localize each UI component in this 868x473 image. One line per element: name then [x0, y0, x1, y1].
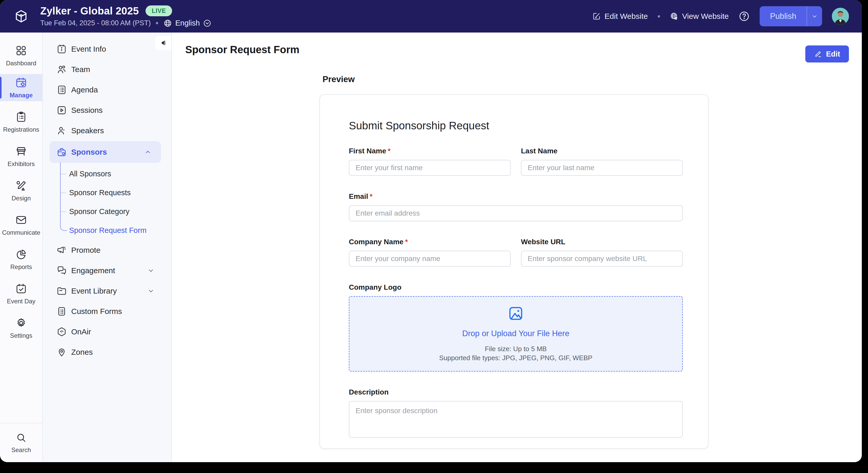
sidebar-item-registrations[interactable]: Registrations: [0, 106, 42, 138]
envelope-icon: [15, 214, 27, 226]
sidebar-search-label: Search: [11, 446, 31, 454]
edit-website-button[interactable]: Edit Website: [592, 12, 648, 21]
sponsors-briefcase-icon: [56, 147, 67, 157]
website-url-input[interactable]: [521, 251, 683, 267]
engagement-chat-icon: [56, 265, 67, 276]
language-selector[interactable]: English: [163, 19, 212, 28]
subnav-item-team[interactable]: Team: [43, 59, 171, 80]
edit-website-label: Edit Website: [604, 12, 648, 21]
company-logo-field-group: Company Logo Drop or Upload Your File He…: [349, 283, 683, 372]
subnav-item-sponsor-category[interactable]: Sponsor Category: [69, 202, 171, 221]
email-field-group: Email*: [349, 193, 683, 221]
dot-separator: [156, 22, 158, 24]
event-datetime: Tue Feb 04, 2025 - 08:00 AM (PST): [40, 19, 151, 27]
sidebar-item-reports[interactable]: Reports: [0, 243, 42, 275]
sidebar-item-label: Design: [11, 195, 31, 202]
subnav-item-sessions[interactable]: Sessions: [43, 100, 171, 120]
subnav-item-sponsors[interactable]: Sponsors: [50, 141, 161, 163]
event-title: Zylker - Global 2025: [40, 5, 139, 17]
tree-stub: [61, 174, 66, 174]
sidebar-item-label: Exhibitors: [7, 160, 35, 168]
globe-cursor-icon: [670, 12, 679, 21]
dashboard-icon: [15, 45, 27, 57]
topbar: Zylker - Global 2025 LIVE Tue Feb 04, 20…: [0, 0, 862, 32]
view-website-button[interactable]: View Website: [670, 12, 729, 21]
dropzone-file-types-note: Supported file types: JPG, JPEG, PNG, GI…: [439, 353, 592, 362]
language-label: English: [175, 19, 200, 27]
sidebar-item-communicate[interactable]: Communicate: [0, 209, 42, 241]
sidebar-item-settings[interactable]: Settings: [0, 312, 42, 344]
view-website-label: View Website: [682, 12, 729, 21]
last-name-input[interactable]: [521, 160, 683, 176]
company-name-label: Company Name*: [349, 238, 510, 246]
website-url-field-group: Website URL: [521, 238, 683, 267]
event-meta: Zylker - Global 2025 LIVE Tue Feb 04, 20…: [40, 5, 212, 28]
subnav-item-label: Sessions: [71, 106, 103, 115]
description-textarea[interactable]: [349, 401, 683, 438]
design-pen-icon: [15, 180, 27, 191]
subnav-item-speakers[interactable]: Speakers: [43, 120, 171, 141]
subnav-item-label: Event Info: [71, 45, 106, 54]
help-icon[interactable]: [739, 10, 750, 22]
sidebar-item-exhibitors[interactable]: Exhibitors: [0, 141, 42, 172]
sponsors-children: All Sponsors Sponsor Requests Sponsor Ca…: [43, 165, 171, 240]
user-avatar[interactable]: [832, 8, 849, 25]
publish-dropdown-button[interactable]: [807, 6, 822, 26]
sidebar-item-label: Manage: [9, 92, 32, 99]
subnav-item-agenda[interactable]: Agenda: [43, 80, 171, 100]
custom-forms-icon: [56, 306, 67, 317]
first-name-input[interactable]: [349, 160, 510, 176]
sidebar-item-event-day[interactable]: Event Day: [0, 278, 42, 309]
subnav-item-label: OnAir: [71, 327, 91, 336]
subnav-subitem-label: Sponsor Request Form: [69, 226, 147, 235]
sidebar-item-manage[interactable]: Manage: [0, 74, 42, 101]
subnav-item-label: Zones: [71, 348, 93, 357]
logo-upload-dropzone[interactable]: Drop or Upload Your File Here File size:…: [349, 296, 683, 372]
subnav-item-event-info[interactable]: Event Info: [43, 39, 171, 59]
app-window: Zylker - Global 2025 LIVE Tue Feb 04, 20…: [0, 0, 862, 462]
edit-square-icon: [592, 12, 601, 21]
subnav-item-zones[interactable]: Zones: [43, 342, 171, 362]
main-content: Sponsor Request Form Edit Preview Submit…: [172, 32, 862, 462]
company-logo-label: Company Logo: [349, 283, 683, 292]
gear-icon: [15, 317, 27, 329]
globe-icon: [163, 19, 172, 28]
subnav-item-sponsor-requests[interactable]: Sponsor Requests: [69, 183, 171, 202]
chevron-down-icon: [147, 267, 155, 274]
backstage-logo-icon[interactable]: [14, 9, 28, 24]
subnav-item-promote[interactable]: Promote: [43, 240, 171, 260]
sidebar-item-label: Communicate: [2, 229, 40, 236]
chevron-down-icon: [147, 287, 155, 295]
tree-line: [60, 162, 61, 222]
email-input[interactable]: [349, 205, 683, 221]
subnav-item-label: Engagement: [71, 266, 115, 275]
sidebar-search-button[interactable]: Search: [0, 423, 42, 462]
pencil-icon: [814, 50, 822, 58]
chevron-down-circle-icon: [203, 19, 212, 28]
search-icon: [16, 432, 27, 443]
subnav-item-onair[interactable]: OnAir: [43, 321, 171, 342]
subnav-item-custom-forms[interactable]: Custom Forms: [43, 301, 171, 321]
subnav-item-label: Custom Forms: [71, 307, 122, 316]
primary-sidebar: Dashboard Manage Registrations: [0, 32, 43, 462]
sessions-play-icon: [56, 105, 67, 116]
sidebar-item-label: Reports: [10, 263, 32, 271]
sidebar-item-dashboard[interactable]: Dashboard: [0, 40, 42, 71]
subnav-item-label: Promote: [71, 246, 100, 255]
subnav-item-label: Event Library: [71, 287, 117, 295]
subnav-item-all-sponsors[interactable]: All Sponsors: [69, 165, 171, 183]
sidebar-item-label: Registrations: [3, 126, 39, 133]
publish-button[interactable]: Publish: [760, 6, 807, 26]
edit-button[interactable]: Edit: [805, 46, 849, 62]
pie-chart-icon: [15, 248, 27, 260]
sidebar-item-label: Event Day: [7, 298, 36, 305]
page-title: Sponsor Request Form: [185, 44, 299, 56]
subnav-item-engagement[interactable]: Engagement: [43, 260, 171, 280]
sidebar-item-design[interactable]: Design: [0, 175, 42, 207]
company-name-input[interactable]: [349, 251, 510, 267]
sidebar-item-label: Settings: [10, 332, 32, 339]
last-name-field-group: Last Name: [521, 147, 683, 176]
dot-separator: [658, 15, 660, 18]
subnav-item-sponsor-request-form[interactable]: Sponsor Request Form: [69, 221, 171, 240]
subnav-item-event-library[interactable]: Event Library: [43, 280, 171, 301]
